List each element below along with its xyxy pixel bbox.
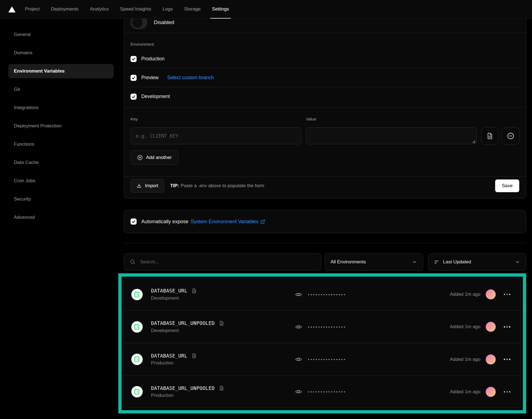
eye-icon[interactable]: [295, 356, 302, 363]
eye-icon[interactable]: [295, 291, 302, 298]
sidebar-item[interactable]: Integrations: [8, 101, 114, 115]
nav-tab-label: Project: [25, 6, 40, 12]
checkbox-checked[interactable]: [131, 94, 137, 100]
sidebar-item[interactable]: Git: [8, 82, 114, 97]
env-var-name: DATABASE_URL: [151, 353, 187, 359]
masked-value-dots: •••••••••••••••: [308, 292, 346, 297]
env-var-environment: Development: [151, 295, 295, 301]
env-var-row[interactable]: DATABASE_URL_UNPOOLED Production •••••••…: [124, 376, 520, 408]
note-icon[interactable]: [219, 385, 224, 391]
check-icon: [132, 57, 135, 61]
sidebar-item[interactable]: Data Cache: [8, 155, 114, 170]
search-input[interactable]: [140, 259, 316, 265]
env-var-form-card: Disabled Environment Production Preview …: [124, 0, 526, 199]
checkbox-checked[interactable]: [131, 56, 137, 62]
env-var-name: DATABASE_URL_UNPOOLED: [151, 320, 215, 326]
row-menu-button[interactable]: [502, 322, 513, 332]
environment-checkbox-row: Preview Select custom branch: [131, 68, 520, 87]
remove-row-button[interactable]: [502, 127, 520, 145]
value-input[interactable]: [306, 127, 477, 144]
add-another-button[interactable]: Add another: [131, 150, 178, 165]
expose-checkbox-checked[interactable]: [131, 219, 137, 225]
settings-sidebar: General Domains Environment Variables Gi…: [8, 27, 114, 228]
checkbox-checked[interactable]: [131, 75, 137, 81]
vercel-logo-icon[interactable]: [8, 6, 16, 12]
env-var-row[interactable]: DATABASE_URL Development •••••••••••••••: [124, 278, 520, 311]
env-var-row[interactable]: DATABASE_URL_UNPOOLED Development ••••••…: [124, 311, 520, 343]
expose-label: Automatically expose: [141, 219, 188, 225]
toggle-label: Disabled: [154, 19, 174, 25]
environment-label: Production: [141, 56, 165, 62]
row-menu-button[interactable]: [502, 289, 513, 299]
sidebar-item[interactable]: Cron Jobs: [8, 174, 114, 188]
value-label: Value: [306, 117, 316, 121]
eye-icon[interactable]: [295, 388, 302, 395]
check-icon: [132, 76, 135, 80]
environment-filter-dropdown[interactable]: All Environments: [325, 253, 423, 271]
added-timestamp: Added 1m ago: [450, 389, 480, 395]
user-avatar: [486, 322, 496, 332]
chevron-down-icon: [515, 259, 520, 265]
env-var-row[interactable]: DATABASE_URL Production •••••••••••••••: [124, 343, 520, 376]
sidebar-item[interactable]: Domains: [8, 46, 114, 60]
sidebar-item[interactable]: General: [8, 27, 114, 42]
note-icon[interactable]: [191, 288, 197, 294]
section-divider: [124, 107, 526, 107]
row-right-group: Added 1m ago: [450, 289, 513, 299]
row-menu-button[interactable]: [502, 354, 513, 364]
sidebar-item[interactable]: Environment Variables: [8, 64, 114, 78]
env-var-name: DATABASE_URL: [151, 288, 187, 294]
divider: [124, 33, 526, 33]
nav-tab[interactable]: Speed Insights: [120, 0, 151, 18]
eye-icon[interactable]: [295, 323, 302, 331]
save-button[interactable]: Save: [495, 179, 519, 192]
sort-dropdown[interactable]: Last Updated: [428, 253, 526, 271]
neon-logo: [134, 291, 140, 298]
sidebar-item[interactable]: Security: [8, 192, 114, 206]
sidebar-item-label: Environment Variables: [14, 68, 65, 74]
row-right-group: Added 1m ago: [450, 354, 513, 364]
nav-tab[interactable]: Analytics: [90, 0, 109, 18]
sidebar-item[interactable]: Deployment Protection: [8, 119, 114, 133]
key-input[interactable]: [131, 127, 301, 144]
note-icon[interactable]: [191, 353, 197, 359]
env-var-name-block: DATABASE_URL Production: [151, 353, 295, 366]
plus-circle-icon: [137, 155, 143, 161]
masked-value-dots: •••••••••••••••: [308, 357, 346, 361]
row-right-group: Added 1m ago: [450, 387, 513, 397]
row-right-group: Added 1m ago: [450, 322, 513, 332]
sidebar-item-label: Integrations: [14, 105, 39, 110]
import-button[interactable]: Import: [131, 179, 164, 192]
row-menu-button[interactable]: [502, 387, 513, 397]
paste-file-button[interactable]: [481, 127, 499, 145]
added-timestamp: Added 1m ago: [450, 324, 480, 330]
value-input-wrap: [306, 127, 477, 144]
external-link-icon: [260, 219, 265, 224]
nav-tab[interactable]: Project: [25, 0, 40, 18]
system-env-vars-link[interactable]: System Environment Variables: [191, 219, 265, 225]
neon-integration-icon: [131, 289, 143, 300]
nav-tab-label: Speed Insights: [120, 6, 151, 12]
nav-tab[interactable]: Settings: [212, 0, 229, 18]
masked-value-dots: •••••••••••••••: [308, 325, 346, 329]
nav-tab[interactable]: Deployments: [51, 0, 78, 18]
nav-tab[interactable]: Storage: [184, 0, 201, 18]
highlight-frame: DATABASE_URL Development •••••••••••••••: [118, 273, 526, 413]
masked-value-dots: •••••••••••••••: [308, 390, 346, 394]
environment-label: Preview: [141, 75, 158, 81]
sidebar-item-label: Data Cache: [14, 160, 39, 165]
neon-logo: [134, 323, 140, 330]
environment-filter-value: All Environments: [331, 259, 366, 265]
neon-logo: [134, 388, 140, 395]
nav-tab[interactable]: Logs: [163, 0, 173, 18]
note-icon[interactable]: [219, 320, 224, 326]
sidebar-item[interactable]: Advanced: [8, 210, 114, 225]
user-avatar: [486, 289, 496, 299]
environment-checkbox-row: Production: [131, 50, 520, 68]
sidebar-item[interactable]: Functions: [8, 137, 114, 151]
search-field: [124, 253, 321, 271]
select-custom-branch-link[interactable]: Select custom branch: [167, 75, 214, 81]
neon-integration-icon: [131, 321, 143, 333]
env-var-name-block: DATABASE_URL_UNPOOLED Production: [151, 385, 295, 398]
tip-text: TIP:Paste a .env above to populate the f…: [170, 183, 264, 189]
